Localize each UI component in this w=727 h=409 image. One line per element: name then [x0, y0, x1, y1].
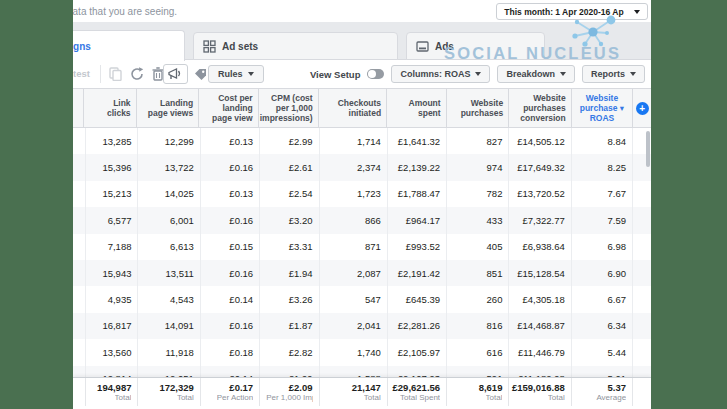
table-row[interactable]: 15,21314,025£0.13£2.541,723£1,788.47782£…	[73, 181, 651, 207]
table-cell: £17,649.32	[509, 154, 571, 180]
tab-ad-sets-label: Ad sets	[222, 41, 258, 52]
ads-manager-window: data that you are seeing. This month: 1 …	[73, 0, 651, 409]
column-header-8[interactable]: Website purchases conversion	[509, 89, 572, 127]
table-cell: 14,025	[138, 181, 200, 207]
totals-cell: 5.37Average	[572, 378, 633, 406]
total-label: Total	[486, 393, 503, 402]
column-header-5[interactable]: Checkouts initiated	[319, 89, 387, 127]
megaphone-icon	[168, 68, 183, 80]
table-cell: £0.13	[201, 128, 260, 154]
table-cell: £2,281.26	[388, 313, 447, 339]
breakdown-button[interactable]: Breakdown	[497, 65, 575, 83]
table-row[interactable]: 16,81714,091£0.16£1.872,041£2,281.26816£…	[73, 313, 651, 339]
toolbar-divider	[100, 65, 101, 83]
table-row[interactable]: 15,39613,722£0.16£2.612,374£2,139.22974£…	[73, 154, 651, 180]
table-cell: £0.16	[201, 207, 260, 233]
total-value: 172,329	[159, 382, 193, 393]
table-row[interactable]: 7,1886,613£0.15£3.31871£993.52405£6,938.…	[73, 234, 651, 260]
total-value: 5.37	[608, 382, 627, 393]
chevron-down-icon	[634, 10, 640, 14]
table-cell: £2.61	[260, 154, 319, 180]
table-row[interactable]: 13,56011,918£0.18£2.821,740£2,105.97616£…	[73, 339, 651, 365]
table-cell: 827	[447, 128, 509, 154]
table-cell: 1,588	[320, 366, 388, 377]
table-cell: 433	[447, 207, 509, 233]
top-bar: data that you are seeing. This month: 1 …	[73, 0, 651, 22]
ab-test-button[interactable]: A/B test	[73, 68, 90, 79]
table-cell: £1,641.32	[388, 128, 447, 154]
table-cell: 5.44	[572, 339, 633, 365]
tab-ads[interactable]: Ads	[406, 32, 545, 60]
table-row[interactable]: 15,94313,511£0.16£1.942,087£2,191.42851£…	[73, 260, 651, 286]
table-cell: £11,446.79	[509, 339, 571, 365]
table-cell: 2,374	[320, 154, 388, 180]
table-row[interactable]: 13,28512,299£0.13£2.991,714£1,641.32827£…	[73, 128, 651, 154]
totals-cell: 8,619Total	[447, 378, 509, 406]
tab-ad-sets[interactable]: Ad sets	[193, 32, 398, 60]
table-cell: 6.98	[572, 234, 633, 260]
total-label: Per 1,000 Impr...	[266, 393, 312, 402]
grid-icon	[203, 40, 216, 53]
totals-cell: 194,987Total	[86, 378, 138, 406]
table-cell: £11,182.98	[509, 366, 571, 377]
table-cell: 8.84	[572, 128, 633, 154]
table-cell: 13,560	[86, 339, 138, 365]
table-cell: 974	[447, 154, 509, 180]
table-cell: £1.99	[260, 366, 319, 377]
table-cell: 2,087	[320, 260, 388, 286]
tag-button[interactable]	[191, 66, 209, 82]
columns-button[interactable]: Columns: ROAS	[391, 65, 490, 83]
reports-button[interactable]: Reports	[582, 65, 645, 83]
date-range-button[interactable]: This month: 1 Apr 2020-16 Ap	[496, 3, 648, 20]
table-cell: £3.26	[260, 286, 319, 312]
tab-campaigns-label: Campaigns	[73, 41, 91, 52]
table-cell: £2,191.42	[388, 260, 447, 286]
table-cell: 8.25	[572, 154, 633, 180]
view-setup-label: View Setup	[310, 69, 361, 80]
column-header-9[interactable]: Website purchase ▾ ROAS	[572, 89, 634, 127]
table-cell: 871	[320, 234, 388, 260]
table-cell: 6,577	[86, 207, 138, 233]
column-header-3[interactable]: Cost per landing page view	[199, 89, 259, 127]
table-cell: £1.94	[260, 260, 319, 286]
table-row[interactable]: 4,9354,543£0.14£3.26547£645.39260£4,305.…	[73, 286, 651, 312]
table-cell: 12,814	[86, 366, 138, 377]
rules-button[interactable]: Rules	[208, 65, 264, 83]
duplicate-button[interactable]	[106, 66, 124, 82]
table-cell: £0.13	[201, 181, 260, 207]
table-cell: 6.90	[572, 260, 633, 286]
view-setup-toggle[interactable]	[367, 69, 384, 79]
refresh-button[interactable]	[128, 66, 146, 82]
column-header-2[interactable]: Landing page views	[137, 89, 200, 127]
table-cell: 6,613	[138, 234, 200, 260]
columns-label: Columns: ROAS	[400, 69, 470, 79]
column-header-4[interactable]: CPM (cost per 1,000 impressions)	[259, 89, 319, 127]
table-cell: 12,299	[138, 128, 200, 154]
date-range-label: This month: 1 Apr 2020-16 Ap	[504, 7, 623, 17]
chevron-down-icon	[630, 72, 636, 76]
column-header-6[interactable]: Amount spent	[387, 89, 447, 127]
table-cell: 851	[447, 260, 509, 286]
column-header-1[interactable]: Link clicks	[84, 89, 137, 127]
table-cell: 782	[447, 181, 509, 207]
notice-text: data that you are seeing.	[73, 6, 177, 17]
table-cell: £14,505.12	[509, 128, 571, 154]
add-column-icon[interactable]: +	[636, 102, 649, 115]
table-cell: 866	[320, 207, 388, 233]
chevron-down-icon	[475, 72, 481, 76]
vertical-scrollbar-thumb[interactable]	[646, 131, 650, 167]
column-header-7[interactable]: Website purchases	[447, 89, 510, 127]
preview-ads-button[interactable]	[163, 64, 188, 84]
tab-campaigns[interactable]: Campaigns	[73, 30, 185, 61]
table-cell: 1,714	[320, 128, 388, 154]
tab-ads-label: Ads	[435, 41, 454, 52]
total-value: £2.09	[289, 382, 313, 393]
table-row[interactable]: 12,81412,051£0.14£1.991,588£2,107.93591£…	[73, 366, 651, 377]
chevron-down-icon	[560, 72, 566, 76]
table-cell: £0.16	[201, 313, 260, 339]
table-row[interactable]: 6,5776,001£0.16£3.20866£964.17433£7,322.…	[73, 207, 651, 233]
table-totals-row: 194,987Total172,329Total£0.17Per Action£…	[73, 377, 651, 406]
table-cell: 547	[320, 286, 388, 312]
table-cell: 15,396	[86, 154, 138, 180]
table-cell: 1,723	[320, 181, 388, 207]
